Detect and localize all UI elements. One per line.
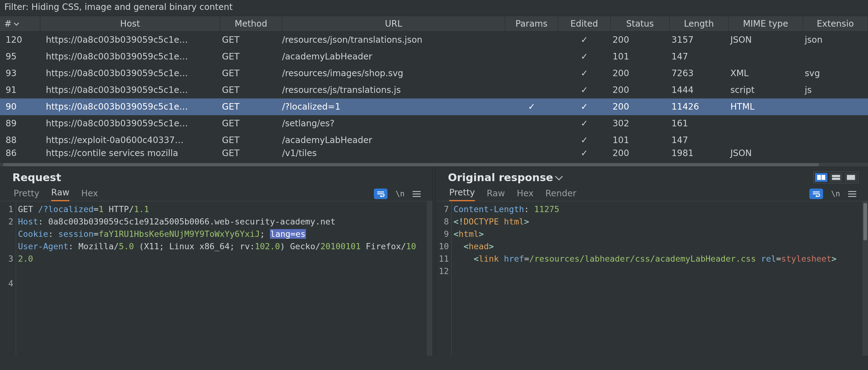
cell-len: 1444 xyxy=(670,82,728,98)
request-editor[interactable]: 1 2 3 4 GET /?localized=1 HTTP/1.1Host: … xyxy=(0,201,432,356)
cell-len: 3157 xyxy=(670,32,728,48)
col-number-label: # xyxy=(4,19,11,29)
table-row[interactable]: 93https://0a8c003b039059c5c1e…GET/resour… xyxy=(0,65,868,82)
tab-pretty[interactable]: Pretty xyxy=(449,187,475,201)
col-params[interactable]: Params xyxy=(505,16,558,32)
filter-text: Filter: Hiding CSS, image and general bi… xyxy=(4,2,233,12)
col-method[interactable]: Method xyxy=(220,16,282,32)
tab-raw[interactable]: Raw xyxy=(487,188,505,201)
cell-host: https://0a8c003b039059c5c1e… xyxy=(40,82,220,98)
tab-pretty[interactable]: Pretty xyxy=(13,188,39,201)
cell-ext: js xyxy=(803,82,868,98)
col-number[interactable]: # xyxy=(0,16,40,32)
cell-edited: ✓ xyxy=(558,132,611,148)
cell-url: /setlang/es? xyxy=(282,115,505,132)
response-code[interactable]: Content-Length: 11275<!DOCTYPE html><htm… xyxy=(452,201,862,356)
show-newlines-icon[interactable]: \n xyxy=(831,190,840,198)
cell-mime: script xyxy=(728,82,803,98)
col-host[interactable]: Host xyxy=(40,16,220,32)
horizontal-scrollbar[interactable] xyxy=(0,162,868,167)
wrap-lines-icon[interactable] xyxy=(374,189,388,199)
cell-ext: json xyxy=(803,32,868,48)
cell-edited: ✓ xyxy=(558,82,611,98)
cell-edited: ✓ xyxy=(558,65,611,82)
vertical-scrollbar[interactable] xyxy=(427,201,432,356)
wrap-lines-icon[interactable] xyxy=(809,189,823,199)
svg-rect-2 xyxy=(832,175,840,177)
pane-divider[interactable] xyxy=(432,167,436,356)
response-title-label: Original response xyxy=(448,171,553,183)
cell-method: GET xyxy=(220,132,282,148)
layout-stacked-icon[interactable] xyxy=(830,173,842,182)
table-row[interactable]: 89https://0a8c003b039059c5c1e…GET/setlan… xyxy=(0,115,868,132)
response-tool-icons: \n xyxy=(809,189,859,201)
cell-ext xyxy=(803,132,868,148)
cell-host: https://0a8c003b039059c5c1e… xyxy=(40,65,220,82)
hamburger-icon[interactable] xyxy=(848,191,856,197)
vertical-scrollbar[interactable] xyxy=(862,201,868,356)
cell-method: GET xyxy=(220,98,282,115)
cell-params xyxy=(505,132,558,148)
cell-edited: ✓ xyxy=(558,148,611,158)
cell-n: 120 xyxy=(0,32,40,48)
request-response-split: Request Pretty Raw Hex \n 1 2 3 4 GET /?… xyxy=(0,167,868,356)
cell-n: 89 xyxy=(0,115,40,132)
layout-toggles xyxy=(813,171,859,183)
cell-edited: ✓ xyxy=(558,115,611,132)
cell-method: GET xyxy=(220,148,282,158)
cell-method: GET xyxy=(220,115,282,132)
response-editor[interactable]: 7 8 9 10 11 12 Content-Length: 11275<!DO… xyxy=(436,201,868,356)
layout-single-icon[interactable] xyxy=(845,173,857,182)
tab-hex[interactable]: Hex xyxy=(517,188,533,201)
cell-ext: svg xyxy=(803,65,868,82)
cell-mime xyxy=(728,115,803,132)
table-row[interactable]: 91https://0a8c003b039059c5c1e…GET/resour… xyxy=(0,82,868,98)
cell-url: /v1/tiles xyxy=(282,148,505,158)
tab-hex[interactable]: Hex xyxy=(81,188,98,201)
cell-ext xyxy=(803,115,868,132)
cell-status: 101 xyxy=(611,132,670,148)
table-row[interactable]: 86https://contile services mozillaGET/v1… xyxy=(0,148,868,158)
cell-host: https://0a8c003b039059c5c1e… xyxy=(40,98,220,115)
cell-len: 7263 xyxy=(670,65,728,82)
response-title[interactable]: Original response xyxy=(448,171,562,183)
response-pane: Original response Pretty Raw Hex Render xyxy=(436,167,868,356)
cell-params xyxy=(505,48,558,65)
request-code[interactable]: GET /?localized=1 HTTP/1.1Host: 0a8c003b… xyxy=(16,201,427,356)
cell-status: 200 xyxy=(611,82,670,98)
cell-status: 200 xyxy=(611,98,670,115)
request-line-numbers: 1 2 3 4 xyxy=(0,201,16,356)
col-url[interactable]: URL xyxy=(282,16,505,32)
col-edited[interactable]: Edited xyxy=(558,16,611,32)
cell-host: https://0a8c003b039059c5c1e… xyxy=(40,32,220,48)
chevron-down-icon xyxy=(555,172,563,180)
tab-render[interactable]: Render xyxy=(545,188,576,201)
cell-status: 101 xyxy=(611,48,670,65)
cell-url: /academyLabHeader xyxy=(282,48,505,65)
col-length[interactable]: Length xyxy=(670,16,728,32)
cell-host: https://exploit-0a0600c40337… xyxy=(40,132,220,148)
request-title: Request xyxy=(12,171,61,183)
col-ext[interactable]: Extensio xyxy=(803,16,868,32)
table-row[interactable]: 120https://0a8c003b039059c5c1e…GET/resou… xyxy=(0,32,868,48)
cell-url: /academyLabHeader xyxy=(282,132,505,148)
col-status[interactable]: Status xyxy=(611,16,670,32)
cell-params xyxy=(505,32,558,48)
scrollbar-thumb[interactable] xyxy=(863,203,867,240)
request-pane: Request Pretty Raw Hex \n 1 2 3 4 GET /?… xyxy=(0,167,432,356)
table-row[interactable]: 90https://0a8c003b039059c5c1e…GET/?local… xyxy=(0,98,868,115)
cell-len: 11426 xyxy=(670,98,728,115)
scrollbar-thumb[interactable] xyxy=(3,163,819,166)
hamburger-icon[interactable] xyxy=(413,191,421,197)
cell-n: 95 xyxy=(0,48,40,65)
tab-raw[interactable]: Raw xyxy=(51,187,69,201)
table-row[interactable]: 95https://0a8c003b039059c5c1e…GET/academ… xyxy=(0,48,868,65)
cell-url: /resources/js/translations.js xyxy=(282,82,505,98)
table-body[interactable]: 120https://0a8c003b039059c5c1e…GET/resou… xyxy=(0,32,868,162)
table-row[interactable]: 88https://exploit-0a0600c40337…GET/acade… xyxy=(0,132,868,148)
filter-bar[interactable]: Filter: Hiding CSS, image and general bi… xyxy=(0,0,868,16)
cell-n: 93 xyxy=(0,65,40,82)
show-newlines-icon[interactable]: \n xyxy=(396,190,405,198)
col-mime[interactable]: MIME type xyxy=(728,16,803,32)
layout-side-by-side-icon[interactable] xyxy=(815,173,827,182)
